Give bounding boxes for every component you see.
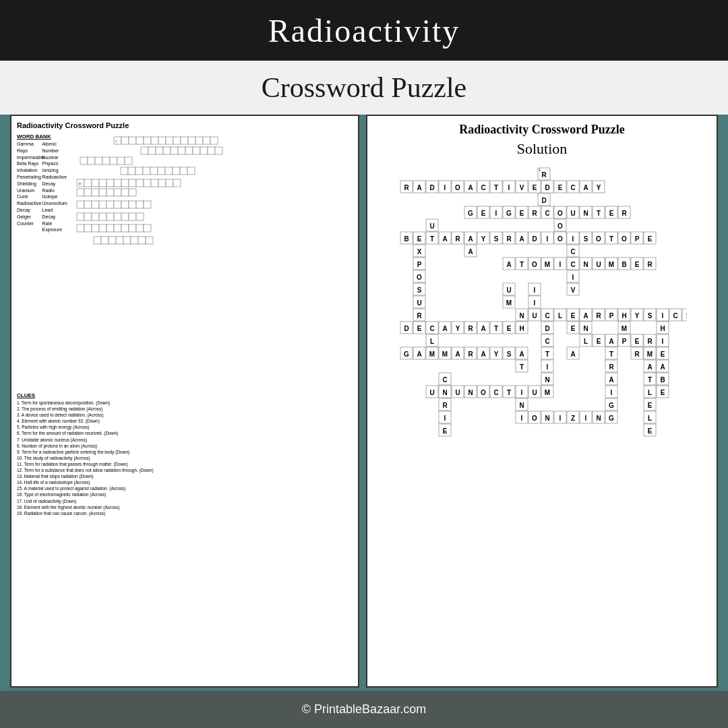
svg-text:R: R <box>468 351 473 358</box>
svg-text:R: R <box>506 235 512 243</box>
svg-rect-5 <box>144 137 151 144</box>
svg-rect-82 <box>136 201 144 208</box>
svg-text:E: E <box>443 427 448 435</box>
svg-text:S: S <box>507 351 512 358</box>
svg-text:D: D <box>429 184 434 191</box>
svg-rect-18 <box>148 147 156 154</box>
svg-text:O: O <box>557 222 563 230</box>
svg-rect-43 <box>158 167 165 175</box>
svg-rect-36 <box>125 157 132 164</box>
left-panel-title: Radioactivity Crossword Puzzle <box>17 121 353 129</box>
clue-15: 15. A material used to protect against r… <box>17 485 353 491</box>
word-item: Shielding <box>17 181 39 187</box>
svg-text:Z: Z <box>571 415 575 422</box>
svg-text:I: I <box>521 389 523 396</box>
svg-rect-52 <box>99 179 107 187</box>
svg-text:N: N <box>596 415 601 422</box>
svg-text:P: P <box>622 338 627 345</box>
svg-text:N: N <box>519 402 524 409</box>
svg-text:E: E <box>609 210 614 217</box>
svg-text:E: E <box>648 402 653 409</box>
svg-rect-86 <box>84 213 92 220</box>
svg-rect-4 <box>136 137 144 144</box>
svg-text:A: A <box>647 363 652 371</box>
svg-text:D: D <box>532 235 537 243</box>
clue-17: 17. Unit of radioactivity (Down) <box>17 498 353 504</box>
clue-5: 5. Particles with high energy (Across) <box>17 424 353 430</box>
svg-rect-81 <box>129 201 136 208</box>
svg-text:C: C <box>673 312 677 320</box>
svg-text:C: C <box>545 312 549 320</box>
svg-text:T: T <box>520 261 524 268</box>
svg-rect-99 <box>107 224 114 232</box>
svg-rect-31 <box>88 157 95 164</box>
svg-text:T: T <box>507 389 511 396</box>
svg-text:U: U <box>429 222 434 230</box>
svg-text:O: O <box>621 235 627 243</box>
clue-6: 6. Term for the amount of radiation rece… <box>17 430 353 436</box>
svg-text:E: E <box>571 312 576 320</box>
svg-rect-19 <box>156 147 163 154</box>
svg-rect-38 <box>121 167 128 175</box>
svg-text:C: C <box>429 325 434 332</box>
svg-text:A: A <box>468 184 473 191</box>
svg-rect-61 <box>166 179 173 187</box>
svg-rect-112 <box>138 237 146 244</box>
svg-rect-80 <box>121 201 129 208</box>
svg-text:B: B <box>621 261 626 268</box>
svg-text:T: T <box>494 325 498 332</box>
svg-rect-50 <box>84 179 92 187</box>
svg-text:E: E <box>507 325 512 332</box>
svg-text:N: N <box>583 210 588 217</box>
svg-rect-91 <box>121 213 129 220</box>
svg-rect-40 <box>135 167 143 175</box>
svg-text:R: R <box>455 235 460 243</box>
svg-rect-70 <box>114 189 121 196</box>
clue-4: 4. Element with atomic number 92. (Down) <box>17 418 353 424</box>
svg-text:P: P <box>417 261 422 268</box>
svg-rect-11 <box>188 137 195 144</box>
svg-text:I: I <box>508 184 510 191</box>
svg-text:U: U <box>532 312 537 320</box>
svg-rect-46 <box>180 167 187 175</box>
svg-text:A: A <box>609 338 613 345</box>
word-bank-label: WORD BANK <box>17 133 64 140</box>
svg-text:M: M <box>545 261 550 268</box>
svg-text:O: O <box>417 274 422 281</box>
svg-text:T: T <box>494 184 498 191</box>
svg-text:I: I <box>495 210 497 217</box>
svg-text:E: E <box>661 389 665 396</box>
svg-text:O: O <box>481 389 486 396</box>
svg-rect-12 <box>195 137 203 144</box>
svg-text:R: R <box>647 261 653 268</box>
svg-text:T: T <box>597 210 601 217</box>
svg-text:A: A <box>481 325 485 332</box>
svg-rect-25 <box>200 147 208 154</box>
svg-text:A: A <box>519 351 524 358</box>
svg-text:N: N <box>545 376 549 384</box>
svg-rect-92 <box>129 213 136 220</box>
svg-text:T: T <box>545 351 549 358</box>
svg-text:G: G <box>404 351 409 358</box>
svg-text:E: E <box>597 338 601 345</box>
svg-rect-58 <box>144 179 151 187</box>
svg-text:M: M <box>506 299 512 307</box>
svg-text:I: I <box>534 299 536 307</box>
svg-text:R: R <box>621 210 627 217</box>
svg-rect-13 <box>203 137 210 144</box>
svg-rect-55 <box>121 179 129 187</box>
svg-text:M: M <box>545 389 550 396</box>
svg-text:C: C <box>481 184 485 191</box>
word-item: Radio Isotope <box>42 187 65 201</box>
svg-text:O: O <box>557 235 563 243</box>
word-item: Radioactive Decay <box>42 174 65 187</box>
svg-text:L: L <box>430 338 434 345</box>
svg-rect-78 <box>107 201 114 208</box>
svg-text:R: R <box>417 312 422 320</box>
svg-text:A: A <box>442 325 447 332</box>
svg-text:I: I <box>547 363 549 371</box>
svg-rect-26 <box>208 147 215 154</box>
svg-text:I: I <box>662 312 664 320</box>
svg-text:C: C <box>442 376 447 384</box>
svg-rect-2 <box>121 137 129 144</box>
